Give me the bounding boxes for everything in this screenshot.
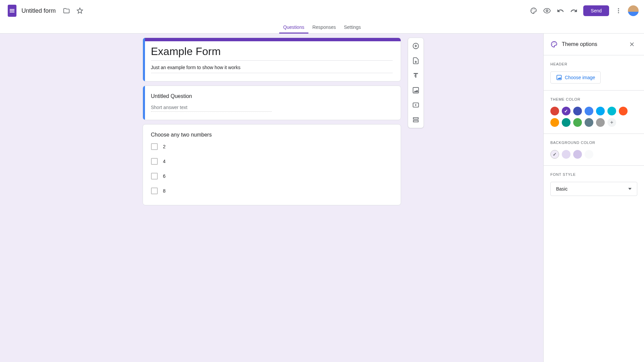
- bg-color-grid: [550, 150, 637, 159]
- form-name[interactable]: Untitled form: [21, 7, 56, 14]
- svg-point-7: [618, 12, 619, 13]
- svg-point-14: [553, 43, 554, 43]
- palette-icon[interactable]: [527, 4, 540, 17]
- svg-rect-11: [413, 118, 418, 119]
- theme-panel-title: Theme options: [562, 41, 627, 47]
- question-title: Choose any two numbers: [151, 132, 393, 138]
- choose-image-label: Choose image: [565, 75, 595, 80]
- theme-color-swatch[interactable]: [596, 118, 605, 127]
- form-header-card[interactable]: Example Form Just an example form to sho…: [143, 38, 401, 82]
- chevron-down-icon: [628, 188, 632, 190]
- choose-image-button[interactable]: Choose image: [550, 71, 601, 84]
- theme-section-bg: BACKGROUND COLOR: [544, 134, 644, 166]
- checkbox-label: 8: [163, 188, 166, 194]
- redo-icon[interactable]: [567, 4, 581, 17]
- checkbox-icon: [151, 158, 158, 165]
- svg-point-3: [535, 10, 536, 11]
- question-toolbar: [408, 38, 424, 128]
- theme-panel-header: Theme options: [544, 34, 644, 55]
- star-icon[interactable]: [73, 4, 87, 17]
- question-title[interactable]: Untitled Question: [151, 93, 393, 99]
- app-header: Untitled form Send: [0, 0, 644, 21]
- form-title-input[interactable]: Example Form: [151, 45, 393, 61]
- font-style-select[interactable]: Basic: [550, 182, 637, 196]
- close-icon[interactable]: [627, 39, 637, 50]
- theme-color-swatch[interactable]: [550, 118, 559, 127]
- bg-color-swatch[interactable]: [550, 150, 559, 159]
- section-label: THEME COLOR: [550, 97, 637, 101]
- checkbox-option[interactable]: 6: [151, 173, 393, 179]
- section-label: HEADER: [550, 62, 637, 66]
- checkbox-option[interactable]: 8: [151, 188, 393, 194]
- theme-section-header: HEADER Choose image: [544, 55, 644, 91]
- checkbox-option[interactable]: 2: [151, 143, 393, 150]
- theme-color-swatch[interactable]: [550, 107, 559, 115]
- theme-color-swatch[interactable]: [562, 107, 571, 115]
- short-answer-placeholder: Short answer text: [151, 105, 272, 112]
- theme-section-font: FONT STYLE Basic: [544, 166, 644, 203]
- svg-point-5: [618, 8, 619, 9]
- add-image-icon[interactable]: [410, 84, 422, 96]
- checkbox-icon: [151, 173, 158, 179]
- question-card-2[interactable]: Choose any two numbers 2 4 6 8: [143, 124, 401, 205]
- theme-color-swatch[interactable]: [607, 107, 616, 115]
- bg-color-swatch[interactable]: [562, 150, 571, 159]
- theme-color-swatch[interactable]: [573, 107, 582, 115]
- add-video-icon[interactable]: [410, 99, 422, 111]
- svg-point-6: [618, 10, 619, 11]
- theme-color-swatch[interactable]: [573, 118, 582, 127]
- svg-point-1: [533, 9, 533, 10]
- undo-icon[interactable]: [554, 4, 567, 17]
- tab-bar: Questions Responses Settings: [0, 21, 644, 34]
- section-label: BACKGROUND COLOR: [550, 141, 637, 145]
- tab-questions[interactable]: Questions: [279, 21, 308, 34]
- svg-rect-17: [557, 75, 561, 80]
- theme-color-swatch[interactable]: [562, 118, 571, 127]
- svg-rect-12: [413, 120, 418, 122]
- checkbox-label: 4: [163, 159, 166, 164]
- section-label: FONT STYLE: [550, 172, 637, 176]
- move-folder-icon[interactable]: [60, 4, 73, 17]
- checkbox-icon: [151, 188, 158, 194]
- theme-color-grid: +: [550, 107, 637, 127]
- theme-color-swatch[interactable]: [585, 107, 593, 115]
- svg-point-2: [534, 9, 535, 10]
- theme-color-swatch[interactable]: [619, 107, 628, 115]
- tab-responses[interactable]: Responses: [308, 21, 340, 34]
- tab-settings[interactable]: Settings: [340, 21, 365, 34]
- font-value: Basic: [556, 186, 567, 192]
- bg-color-swatch[interactable]: [573, 150, 582, 159]
- question-card-1[interactable]: Untitled Question Short answer text: [143, 86, 401, 120]
- theme-color-swatch[interactable]: [596, 107, 605, 115]
- palette-icon: [550, 41, 558, 48]
- form-area: Example Form Just an example form to sho…: [0, 34, 543, 362]
- checkbox-icon: [151, 143, 158, 150]
- svg-point-16: [555, 44, 556, 45]
- svg-point-4: [546, 10, 548, 12]
- checkbox-option[interactable]: 4: [151, 158, 393, 165]
- theme-section-color: THEME COLOR +: [544, 91, 644, 134]
- theme-panel: Theme options HEADER Choose image THEME …: [543, 34, 644, 362]
- svg-rect-9: [413, 88, 418, 93]
- checkbox-label: 6: [163, 173, 166, 179]
- image-icon: [556, 74, 562, 81]
- import-questions-icon[interactable]: [410, 55, 422, 67]
- svg-point-13: [552, 44, 553, 45]
- bg-color-swatch[interactable]: [585, 150, 593, 159]
- add-title-icon[interactable]: [410, 69, 422, 82]
- add-question-icon[interactable]: [410, 40, 422, 52]
- more-icon[interactable]: [612, 4, 625, 17]
- theme-color-swatch[interactable]: [585, 118, 593, 127]
- checkbox-label: 2: [163, 144, 166, 149]
- add-color-button[interactable]: +: [607, 118, 616, 127]
- canvas: Example Form Just an example form to sho…: [0, 34, 644, 362]
- form-description-input[interactable]: Just an example form to show how it work…: [151, 63, 393, 73]
- preview-icon[interactable]: [540, 4, 554, 17]
- avatar[interactable]: [628, 5, 639, 16]
- svg-point-15: [554, 43, 555, 43]
- app-logo[interactable]: [5, 4, 19, 17]
- svg-point-0: [532, 10, 532, 11]
- add-section-icon[interactable]: [410, 114, 422, 126]
- send-button[interactable]: Send: [583, 5, 609, 16]
